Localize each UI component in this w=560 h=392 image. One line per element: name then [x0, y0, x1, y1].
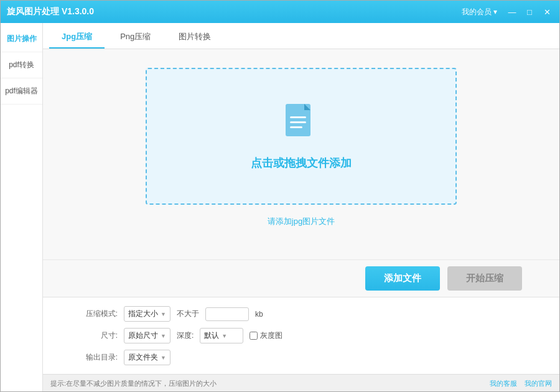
svg-rect-2: [290, 116, 306, 118]
hint-text: 请添加jpg图片文件: [268, 216, 335, 227]
title-bar: 旋风图片处理 V1.3.0.0 我的会员 ▾ — □ ✕: [1, 1, 559, 23]
compress-mode-label: 压缩模式:: [80, 309, 118, 319]
tab-bar: Jpg压缩 Png压缩 图片转换: [43, 23, 559, 49]
official-site-link[interactable]: 我的官网: [525, 379, 552, 388]
member-button[interactable]: 我的会员 ▾: [458, 6, 501, 19]
sidebar-item-pdf-editor[interactable]: pdf编辑器: [1, 78, 42, 105]
tab-image-convert[interactable]: 图片转换: [166, 26, 223, 49]
svg-rect-4: [290, 126, 302, 128]
drop-zone-container: 点击或拖拽文件添加 请添加jpg图片文件: [43, 49, 559, 259]
kb-unit-label: kb: [255, 310, 263, 319]
output-arrow: ▼: [161, 355, 166, 361]
footer-hint: 提示:在尽量不减少图片质量的情况下，压缩图片的大小: [50, 379, 217, 388]
button-row: 添加文件 开始压缩: [43, 259, 559, 297]
settings-area: 压缩模式: 指定大小 ▼ 不大于 kb 尺寸: 原始尺寸 ▼ 深度: 默认 ▼: [43, 297, 559, 374]
svg-rect-3: [290, 121, 306, 123]
content-area: Jpg压缩 Png压缩 图片转换: [43, 23, 559, 392]
member-label: 我的会员: [462, 7, 492, 17]
sidebar-item-label: 图片操作: [7, 34, 37, 43]
sidebar-item-image-ops[interactable]: 图片操作: [1, 26, 42, 52]
size-arrow: ▼: [161, 333, 166, 339]
document-icon: [282, 103, 320, 146]
depth-arrow: ▼: [222, 333, 227, 339]
size-label: 尺寸:: [80, 330, 118, 341]
minimize-button[interactable]: —: [506, 6, 518, 18]
sidebar: 图片操作 pdf转换 pdf编辑器: [1, 23, 43, 392]
drop-zone[interactable]: 点击或拖拽文件添加: [146, 68, 457, 205]
tab-jpg-compress[interactable]: Jpg压缩: [49, 26, 105, 49]
close-button[interactable]: ✕: [541, 6, 553, 18]
title-bar-controls: 我的会员 ▾ — □ ✕: [458, 6, 553, 19]
sidebar-item-label: pdf转换: [9, 60, 34, 69]
depth-label: 深度:: [177, 330, 194, 341]
chevron-down-icon: ▾: [493, 7, 497, 16]
size-input[interactable]: [205, 307, 249, 321]
output-row: 输出目录: 原文件夹 ▼: [80, 350, 522, 365]
compress-mode-row: 压缩模式: 指定大小 ▼ 不大于 kb: [80, 306, 522, 322]
grayscale-checkbox-area[interactable]: 灰度图: [250, 330, 282, 341]
main-container: 图片操作 pdf转换 pdf编辑器 Jpg压缩 Png压缩 图片转换: [1, 23, 559, 392]
drop-zone-text: 点击或拖拽文件添加: [251, 156, 352, 170]
depth-select[interactable]: 默认 ▼: [200, 328, 243, 343]
output-select[interactable]: 原文件夹 ▼: [124, 350, 170, 365]
app-title: 旋风图片处理 V1.3.0.0: [7, 6, 94, 17]
footer: 提示:在尽量不减少图片质量的情况下，压缩图片的大小 我的客服 我的官网: [43, 374, 559, 392]
sidebar-item-label: pdf编辑器: [5, 86, 38, 95]
grayscale-label: 灰度图: [260, 330, 282, 341]
footer-links: 我的客服 我的官网: [490, 379, 552, 388]
tab-png-compress[interactable]: Png压缩: [108, 26, 163, 49]
size-select[interactable]: 原始尺寸 ▼: [124, 328, 170, 343]
size-row: 尺寸: 原始尺寸 ▼ 深度: 默认 ▼ 灰度图: [80, 328, 522, 343]
grayscale-checkbox[interactable]: [250, 332, 258, 340]
add-file-button[interactable]: 添加文件: [365, 266, 440, 291]
start-compress-button: 开始压缩: [447, 266, 522, 291]
output-label: 输出目录:: [80, 352, 118, 363]
customer-service-link[interactable]: 我的客服: [490, 379, 517, 388]
sidebar-item-pdf-convert[interactable]: pdf转换: [1, 52, 42, 78]
no-larger-than-label: 不大于: [177, 309, 199, 319]
compress-mode-arrow: ▼: [161, 311, 166, 317]
compress-mode-select[interactable]: 指定大小 ▼: [124, 306, 170, 322]
maximize-button[interactable]: □: [523, 6, 536, 18]
